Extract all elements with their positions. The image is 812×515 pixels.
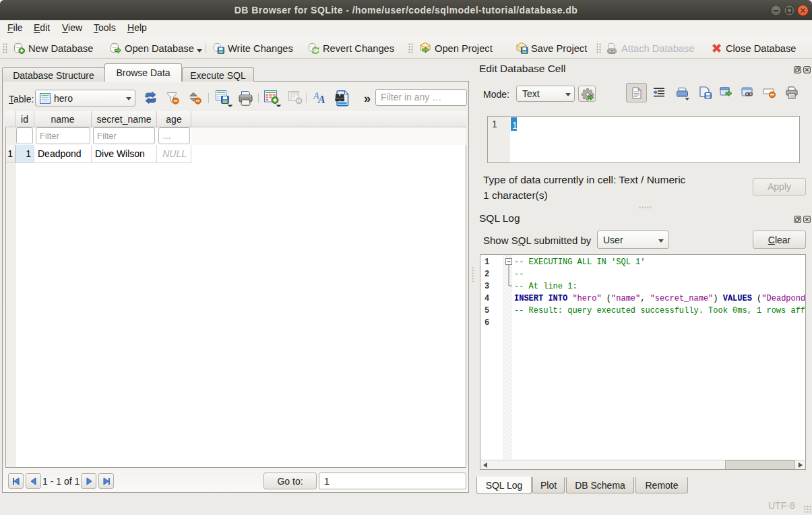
svg-text:A: A	[317, 94, 325, 104]
